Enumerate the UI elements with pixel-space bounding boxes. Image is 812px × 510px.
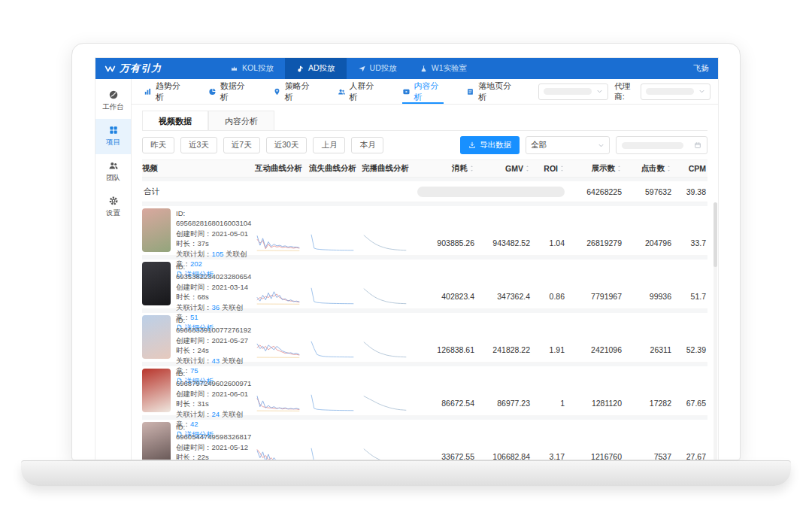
col-header[interactable]: ROI xyxy=(532,164,566,173)
sidebar-item-settings[interactable]: 设置 xyxy=(95,190,131,225)
date-filter-2[interactable]: 近7天 xyxy=(223,137,260,153)
sparkline-chart xyxy=(255,232,301,254)
date-filter-1[interactable]: 近3天 xyxy=(180,137,217,153)
cost-value: 33672.55 xyxy=(416,452,476,460)
scrollbar-thumb[interactable] xyxy=(714,202,717,267)
sparkline-chart xyxy=(309,285,356,308)
sparkline-chart xyxy=(309,392,356,414)
sort-icons[interactable] xyxy=(525,165,530,172)
video-duration: 时长：24s xyxy=(176,345,255,355)
sort-icons[interactable] xyxy=(666,165,671,172)
crown-icon xyxy=(230,65,238,73)
loss-curve xyxy=(309,232,362,254)
tab-label: 趋势分析 xyxy=(156,80,186,103)
agent-label: 代理商: xyxy=(614,81,635,102)
loss-curve xyxy=(309,392,362,414)
col-header[interactable]: 展示数 xyxy=(566,163,623,174)
double-v-logo-icon xyxy=(105,63,116,74)
bar-chart-icon xyxy=(144,87,152,96)
download-icon xyxy=(468,141,476,149)
date-range-input[interactable] xyxy=(616,136,707,154)
sidebar-item-projects[interactable]: 项目 xyxy=(95,119,131,154)
account-select[interactable] xyxy=(538,83,608,100)
col-header[interactable]: 点击数 xyxy=(623,163,673,174)
topnav-label: W1实验室 xyxy=(432,63,467,74)
tab-label: 策略分析 xyxy=(285,80,315,103)
plan-count-link[interactable]: 36 xyxy=(212,303,220,311)
col-header[interactable]: 消耗 xyxy=(416,163,476,174)
tab-data[interactable]: 数据分析 xyxy=(208,79,250,104)
cpm-value: 33.7 xyxy=(673,238,707,247)
sort-icons[interactable] xyxy=(469,165,474,172)
sparkline-chart xyxy=(255,285,301,308)
col-header-label: ROI xyxy=(544,164,558,173)
tab-label: 数据分析 xyxy=(220,80,250,103)
team-icon xyxy=(108,160,119,171)
gmv-value: 241828.22 xyxy=(476,345,532,354)
agent-select[interactable] xyxy=(641,83,710,100)
sidebar-item-team[interactable]: 团队 xyxy=(95,154,131,190)
sparkline-chart xyxy=(362,232,408,254)
video-created: 创建时间：2021-05-27 xyxy=(176,335,255,345)
topnav-item-ud[interactable]: UD投放 xyxy=(347,58,408,79)
video-thumbnail[interactable] xyxy=(142,315,171,359)
video-thumbnail[interactable] xyxy=(142,262,171,305)
tab-content[interactable]: 内容分析 xyxy=(402,79,444,104)
date-filter-3[interactable]: 近30天 xyxy=(266,137,308,153)
chevron-down-icon xyxy=(698,88,705,95)
topnav-item-lab[interactable]: W1实验室 xyxy=(408,58,478,79)
calendar-icon xyxy=(694,141,701,149)
col-header: 互动曲线分析 xyxy=(255,163,309,174)
video-thumbnail[interactable] xyxy=(142,208,171,252)
sort-icons[interactable] xyxy=(559,165,565,172)
roi-value: 1 xyxy=(532,399,566,408)
caret-down-icon xyxy=(666,168,671,172)
video-thumbnail[interactable] xyxy=(142,422,171,460)
pin-icon xyxy=(273,87,281,96)
table-row: ID: 6956828168016003104 创建时间：2021-05-01 … xyxy=(142,206,707,256)
date-filter-4[interactable]: 上月 xyxy=(313,137,345,153)
vertical-scrollbar[interactable] xyxy=(714,202,717,460)
topnav-item-kol[interactable]: KOL投放 xyxy=(219,58,285,79)
sort-icons[interactable] xyxy=(617,165,622,172)
cardtab-video-data[interactable]: 视频数据 xyxy=(142,111,208,130)
plan-count-link[interactable]: 24 xyxy=(212,410,220,418)
tab-label: 人群分析 xyxy=(350,80,380,103)
tab-trend[interactable]: 趋势分析 xyxy=(144,79,186,104)
completion-curve xyxy=(362,232,416,254)
laptop-screen: 万有引力 KOL投放AD投放UD投放W1实验室 飞扬 工作台项目团队设置 趋势分… xyxy=(71,43,741,460)
tab-label: 内容分析 xyxy=(414,80,444,103)
app-window: 万有引力 KOL投放AD投放UD投放W1实验室 飞扬 工作台项目团队设置 趋势分… xyxy=(95,57,719,460)
export-data-button[interactable]: 导出数据 xyxy=(460,136,520,154)
scope-select[interactable]: 全部 xyxy=(526,136,610,154)
date-filter-0[interactable]: 昨天 xyxy=(142,137,174,153)
top-navbar: 万有引力 KOL投放AD投放UD投放W1实验室 飞扬 xyxy=(95,58,718,79)
plan-count-link[interactable]: 43 xyxy=(212,357,220,365)
tab-audience[interactable]: 人群分析 xyxy=(338,79,380,104)
flask-icon xyxy=(420,65,428,73)
col-header-label: 完播曲线分析 xyxy=(362,163,409,174)
impressions-value: 1216760 xyxy=(566,452,623,460)
tab-landing[interactable]: 落地页分析 xyxy=(466,79,516,104)
video-duration: 时长：68s xyxy=(176,292,255,302)
gear-icon xyxy=(108,196,119,206)
tab-strategy[interactable]: 策略分析 xyxy=(273,79,315,104)
col-header[interactable]: GMV xyxy=(476,164,532,173)
date-filter-5[interactable]: 本月 xyxy=(351,137,383,153)
video-thumbnail[interactable] xyxy=(142,369,171,412)
redacted-value xyxy=(622,142,683,149)
gmv-value: 86977.23 xyxy=(476,399,532,408)
brand-logo[interactable]: 万有引力 xyxy=(95,58,171,79)
roi-value: 1.91 xyxy=(532,345,566,354)
filter-row: 昨天近3天近7天近30天上月本月 导出数据 全部 xyxy=(142,136,707,154)
loss-curve xyxy=(309,338,362,361)
plan-count-link[interactable]: 105 xyxy=(212,250,224,258)
sparkline-chart xyxy=(362,445,408,460)
cost-value: 126838.61 xyxy=(416,345,476,354)
cardtab-content-analysis[interactable]: 内容分析 xyxy=(208,111,274,130)
sidebar-item-workbench[interactable]: 工作台 xyxy=(95,83,131,119)
topnav-item-ad[interactable]: AD投放 xyxy=(285,58,347,79)
user-name[interactable]: 飞扬 xyxy=(684,58,718,79)
caret-down-icon xyxy=(617,168,622,172)
redacted-value xyxy=(544,88,592,95)
